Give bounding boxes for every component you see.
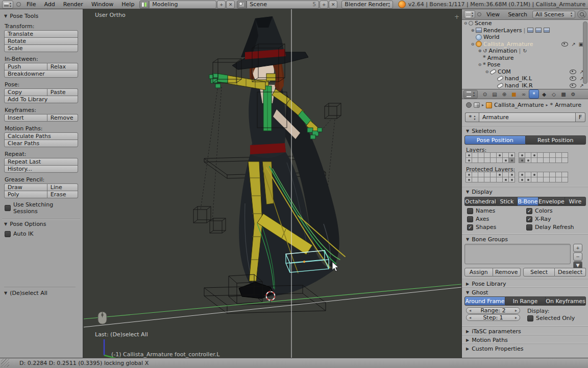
renderlayer-icon[interactable] bbox=[527, 28, 533, 33]
action-icon[interactable]: ↻ bbox=[523, 49, 527, 54]
area-corner-grip[interactable] bbox=[1, 359, 9, 367]
properties-editor-type-button[interactable]: ▴▾ bbox=[463, 90, 478, 99]
panel-pose-library[interactable]: ▶ Pose Library bbox=[462, 279, 588, 287]
outliner-row-hand-ik-l[interactable]: hand_IK.L ↖ bbox=[462, 75, 588, 82]
stepper-right-icon[interactable]: ▸ bbox=[512, 308, 520, 313]
menu-help[interactable]: Help bbox=[117, 1, 138, 8]
around-frame-button[interactable]: Around Frame bbox=[464, 296, 505, 306]
xray-checkbox-row[interactable]: ✓ X-Ray bbox=[526, 216, 551, 222]
region-expand-icon[interactable]: + bbox=[454, 13, 459, 20]
visibility-eye-icon[interactable] bbox=[561, 42, 568, 47]
tab-render-icon[interactable]: ⊙ bbox=[480, 90, 489, 98]
breadcrumb-object[interactable]: Callista_Armature bbox=[494, 102, 544, 108]
mode-octahedral-button[interactable]: Octahedral bbox=[464, 197, 497, 206]
outliner-row-armature-object[interactable]: ⊖ Callista_Armature ↖ ▣ bbox=[462, 41, 588, 48]
add-layout-button[interactable]: + bbox=[217, 1, 226, 9]
panel-pose-tools[interactable]: ▼ Pose Tools bbox=[4, 13, 78, 19]
expander-icon[interactable]: ⊖ bbox=[463, 21, 468, 26]
bone-groups-list[interactable] bbox=[464, 244, 571, 264]
delete-layout-button[interactable]: ✕ bbox=[226, 1, 235, 9]
outliner-pin-icon[interactable] bbox=[477, 12, 481, 16]
renderlayer-icon[interactable] bbox=[544, 28, 550, 33]
delay-refresh-checkbox[interactable] bbox=[526, 224, 532, 231]
names-checkbox-row[interactable]: Names bbox=[467, 208, 495, 214]
outliner-search-menu[interactable]: Search bbox=[505, 11, 530, 18]
datablock-name-input[interactable]: Armature bbox=[479, 112, 576, 122]
axes-checkbox-row[interactable]: Axes bbox=[467, 216, 489, 222]
rest-position-button[interactable]: Rest Position bbox=[526, 135, 586, 145]
remove-bone-group-button[interactable]: − bbox=[573, 252, 582, 261]
colors-checkbox-row[interactable]: ✓ Colors bbox=[526, 208, 552, 214]
assign-button[interactable]: Assign bbox=[464, 268, 493, 277]
breakdowner-button[interactable]: Breakdowner bbox=[4, 70, 78, 78]
stepper-left-icon[interactable]: ◂ bbox=[467, 308, 474, 313]
layer-cell[interactable] bbox=[508, 157, 515, 163]
outliner-row-world[interactable]: World bbox=[462, 34, 588, 41]
insert-keyframe-button[interactable]: Insert bbox=[4, 114, 47, 122]
use-sketching-checkbox[interactable] bbox=[5, 205, 11, 211]
editor-type-button[interactable]: ▴▾ bbox=[2, 1, 13, 9]
mode-wire-button[interactable]: Wire bbox=[565, 197, 586, 206]
pin-icon[interactable] bbox=[466, 102, 472, 108]
remove-button[interactable]: Remove bbox=[493, 268, 521, 277]
nodes-icon[interactable] bbox=[474, 102, 480, 108]
panel-itasc[interactable]: ▶ iTaSC parameters bbox=[462, 326, 588, 335]
tab-object-icon[interactable]: ■ bbox=[509, 90, 519, 98]
outliner-row-armature-data[interactable]: * Armature bbox=[462, 55, 588, 62]
relax-button[interactable]: Relax bbox=[47, 63, 78, 71]
outliner-row-com[interactable]: ⊖ COM ↖ bbox=[462, 68, 588, 76]
outliner-view-menu[interactable]: View bbox=[483, 11, 503, 18]
calculate-paths-button[interactable]: Calculate Paths bbox=[4, 132, 78, 140]
copy-pose-button[interactable]: Copy bbox=[4, 88, 47, 96]
axes-checkbox[interactable] bbox=[467, 216, 473, 222]
deselect-button[interactable]: Deselect bbox=[555, 268, 586, 277]
selectability-pointer-icon[interactable]: ↖ bbox=[579, 83, 583, 88]
panel-display[interactable]: ▼ Display bbox=[462, 187, 588, 195]
visibility-eye-icon[interactable] bbox=[570, 76, 576, 81]
visibility-eye-icon[interactable] bbox=[570, 70, 576, 74]
outliner-row-pose[interactable]: ⊖ * Pose bbox=[462, 61, 588, 68]
selectability-pointer-icon[interactable]: ↖ bbox=[571, 41, 575, 47]
remove-keyframe-button[interactable]: Remove bbox=[47, 114, 78, 122]
add-to-library-button[interactable]: Add To Library bbox=[4, 96, 78, 103]
menu-file[interactable]: File bbox=[22, 1, 40, 8]
panel-pose-options[interactable]: ▼ Pose Options bbox=[4, 221, 78, 227]
add-bone-group-button[interactable]: + bbox=[573, 244, 582, 252]
render-engine-select[interactable]: Blender Render ▴▾ bbox=[341, 1, 393, 9]
outliner-row-animation[interactable]: ⊕ ↺ Animation | ↻ bbox=[462, 48, 588, 55]
select-button[interactable]: Select bbox=[523, 268, 555, 277]
outliner-row-hand-ik-r[interactable]: hand_IK.R ↖ bbox=[462, 82, 588, 89]
in-range-button[interactable]: In Range bbox=[505, 296, 546, 306]
armature-layers-grid[interactable] bbox=[466, 153, 568, 163]
stepper-left-icon[interactable]: ◂ bbox=[467, 315, 474, 320]
window-toggle-icon[interactable] bbox=[16, 2, 21, 7]
expander-icon[interactable]: ⊖ bbox=[477, 62, 482, 67]
scale-button[interactable]: Scale bbox=[4, 44, 78, 52]
renderlayer-icon[interactable] bbox=[535, 28, 542, 33]
panel-deselect-all[interactable]: ▼ (De)select All bbox=[4, 287, 76, 296]
panel-custom-properties[interactable]: ▶ Custom Properties bbox=[462, 343, 588, 352]
expander-icon[interactable]: ⊕ bbox=[477, 49, 482, 53]
pose-position-button[interactable]: Pose Position bbox=[464, 135, 526, 145]
history-button[interactable]: History... bbox=[4, 165, 78, 173]
breadcrumb-data[interactable]: Armature bbox=[555, 102, 581, 108]
names-checkbox[interactable] bbox=[467, 208, 473, 214]
tab-bone-constraint-icon[interactable]: ◇ bbox=[549, 90, 558, 98]
gp-poly-button[interactable]: Poly bbox=[4, 191, 47, 198]
selected-only-checkbox-row[interactable]: Selected Only bbox=[527, 315, 575, 321]
tab-texture-icon[interactable]: ⚙ bbox=[569, 90, 578, 98]
outliner-scrollbar[interactable] bbox=[583, 21, 587, 84]
screen-layout-selector[interactable]: Modeling + ✕ bbox=[139, 1, 235, 9]
visibility-eye-icon[interactable] bbox=[570, 83, 576, 88]
outliner-search-input[interactable] bbox=[577, 10, 586, 18]
panel-bone-groups[interactable]: ▼ Bone Groups bbox=[462, 234, 588, 243]
panel-ghost[interactable]: ▼ Ghost bbox=[462, 287, 588, 296]
ghost-step-stepper[interactable]: ◂ Step: 1 ▸ bbox=[466, 314, 520, 321]
panel-skeleton[interactable]: ▼ Skeleton bbox=[462, 126, 588, 134]
tab-world-icon[interactable]: ⊕ bbox=[500, 90, 509, 98]
gp-draw-button[interactable]: Draw bbox=[4, 183, 47, 191]
outliner-row-scene[interactable]: ⊖ Scene bbox=[462, 20, 588, 27]
ghost-range-stepper[interactable]: ◂ Range: 2 ▸ bbox=[466, 307, 520, 314]
panel-motion-paths[interactable]: ▶ Motion Paths bbox=[462, 335, 588, 343]
gp-erase-button[interactable]: Erase bbox=[47, 191, 78, 198]
